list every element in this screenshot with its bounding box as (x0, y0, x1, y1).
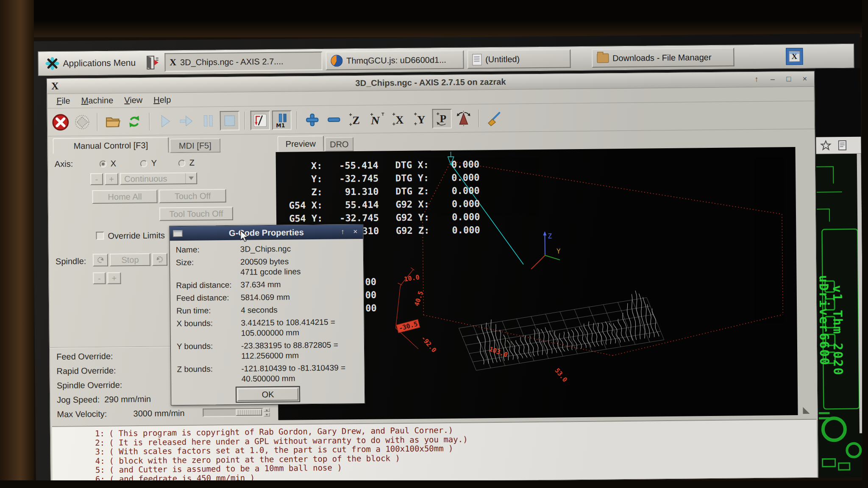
menu-help[interactable]: Help (149, 94, 175, 106)
tab-dro[interactable]: DRO (325, 137, 353, 152)
spindle-plus-button[interactable]: + (107, 272, 121, 284)
close-button[interactable]: × (799, 73, 811, 84)
document-icon (472, 54, 481, 65)
desktop: Applications Menu X 3D_Chips.ngc - AXIS … (32, 33, 864, 485)
zoom-out-button[interactable] (324, 110, 344, 129)
ok-button-label: OK (262, 389, 274, 399)
resize-grip-icon[interactable] (803, 407, 810, 414)
background-window-area (815, 68, 861, 137)
tab-preview[interactable]: Preview (277, 136, 324, 152)
taskbar-window-axis-label: 3D_Chips.ngc - AXIS 2.7.... (180, 56, 284, 67)
p-letter: P (440, 113, 446, 124)
pause-button[interactable] (198, 111, 218, 130)
gcode-listing[interactable]: 1:( This program is copyright of Rab Gor… (52, 419, 817, 485)
taskbar-window-filemanager[interactable]: Downloads - File Manager (592, 47, 734, 67)
minimize-button[interactable]: – (767, 73, 779, 84)
toolbar-separator (245, 111, 245, 129)
view-x-button[interactable]: X (389, 109, 409, 128)
bookmark-star-icon[interactable] (820, 140, 831, 151)
menu-file[interactable]: File (52, 95, 74, 107)
stop-button[interactable] (220, 111, 239, 130)
tool-touch-off-button[interactable]: Tool Touch Off (159, 207, 233, 221)
dialog-body: Name: 3D_Chips.ngc Size: 200509 bytes471… (170, 239, 365, 405)
spindle-minus-label: - (98, 273, 101, 283)
gcode-line-number: 2: (52, 438, 105, 447)
system-tray-icon[interactable]: X (786, 48, 803, 65)
machine-power-button[interactable] (72, 112, 92, 132)
axis-z-label: Z (548, 232, 552, 240)
slider-step-down[interactable]: ▼ (264, 413, 270, 416)
combo-arrow-button[interactable] (185, 173, 196, 183)
view-z-icon: Z (347, 110, 364, 128)
shade-button[interactable]: ↑ (751, 74, 762, 85)
ok-button[interactable]: OK (236, 386, 300, 402)
tab-manual-control[interactable]: Manual Control [F3] (53, 137, 169, 154)
rotate-view-button[interactable] (454, 108, 473, 128)
radio-axis-y[interactable] (140, 160, 147, 167)
field-value: -23.383195 to 88.872805 = (241, 340, 338, 351)
dialog-close-button[interactable]: × (350, 227, 360, 237)
field-label: Rapid distance: (176, 280, 240, 291)
taskbar-window-firefox[interactable]: ThmqGCU.js: uD6600d1... (326, 50, 464, 70)
perspective-icon: P (433, 109, 451, 127)
dialog-titlebar[interactable]: G-Code Properties ↑ × (170, 225, 363, 241)
taskbar-window-axis[interactable]: X 3D_Chips.ngc - AXIS 2.7.... (164, 52, 322, 72)
view-y-button[interactable]: Y (411, 109, 430, 128)
browser-toolbar-sliver (816, 137, 861, 154)
view-perspective-button[interactable]: P (432, 108, 452, 128)
toggle-skip-lines-button[interactable] (250, 111, 270, 130)
mouse-cursor (239, 230, 250, 242)
dro-line: Z: 91.310 DTG Z: 0.000 (289, 184, 480, 199)
menu-view[interactable]: View (120, 94, 147, 106)
max-velocity-value: 3000 mm/min (133, 408, 184, 419)
spindle-cw-icon (155, 255, 164, 263)
logout-button[interactable] (142, 53, 161, 72)
reload-file-button[interactable] (125, 111, 144, 131)
jog-increment-select[interactable]: Continuous (120, 172, 197, 185)
clear-plot-button[interactable] (484, 108, 504, 128)
view-z-button[interactable]: Z (346, 109, 365, 129)
dro-fragment: 00 (365, 290, 377, 300)
slider-thumb[interactable] (236, 409, 262, 416)
spindle-minus-button[interactable]: - (93, 272, 106, 284)
optional-stop-button[interactable]: M1 (272, 110, 292, 130)
radio-axis-z[interactable] (178, 160, 186, 167)
maximize-button[interactable]: □ (783, 73, 795, 84)
field-value: 200509 bytes (240, 256, 300, 267)
m1-label: M1 (276, 122, 285, 128)
field-label: Run time: (176, 305, 241, 316)
zoom-out-icon (325, 111, 343, 128)
override-limits-checkbox[interactable] (96, 232, 104, 240)
view-y-icon: Y (412, 110, 429, 128)
estop-button[interactable] (51, 112, 70, 132)
radio-axis-z-label: Z (189, 158, 195, 168)
spindle-stop-button[interactable]: Stop (110, 253, 150, 266)
jog-minus-button[interactable]: - (90, 173, 103, 185)
menu-machine[interactable]: Machine (77, 94, 117, 106)
step-button[interactable] (177, 111, 196, 130)
dro-fragment: 00 (365, 303, 377, 313)
applications-menu-button[interactable]: Applications Menu (42, 53, 139, 73)
run-button[interactable] (155, 111, 175, 131)
tab-mdi[interactable]: MDI [F5] (170, 138, 220, 153)
open-file-button[interactable] (103, 112, 122, 131)
taskbar-window-untitled[interactable]: (Untitled) (467, 49, 570, 69)
logout-icon (144, 55, 160, 71)
home-all-button[interactable]: Home All (92, 190, 157, 204)
radio-axis-x[interactable] (100, 161, 107, 168)
jog-plus-button[interactable]: + (105, 173, 118, 185)
touch-off-button[interactable]: Touch Off (159, 189, 226, 203)
preview-right-strip (796, 130, 818, 420)
jog-minus-label: - (95, 174, 98, 184)
reading-list-icon[interactable] (837, 139, 847, 150)
spindle-cw-button[interactable] (152, 253, 167, 266)
slider-step-up[interactable]: ▲ (264, 408, 270, 412)
spindle-plus-label: + (111, 273, 117, 283)
dialog-shade-button[interactable]: ↑ (337, 227, 348, 237)
rotate-icon (455, 109, 473, 127)
zoom-in-button[interactable] (303, 110, 322, 129)
spindle-ccw-button[interactable] (93, 254, 108, 266)
max-velocity-slider[interactable]: ▲ ▼ (203, 408, 270, 417)
view-x-icon: X (390, 110, 408, 128)
view-z2-button[interactable]: N (367, 109, 387, 129)
